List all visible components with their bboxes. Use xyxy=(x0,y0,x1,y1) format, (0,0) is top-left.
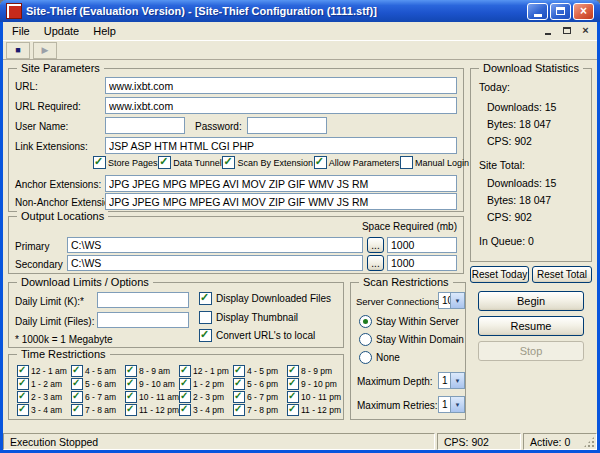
checkbox-box xyxy=(233,404,245,416)
daily-limit-k-input[interactable] xyxy=(97,292,189,308)
dropdown-arrow-icon: ▼ xyxy=(450,373,464,388)
secondary-browse-button[interactable]: ... xyxy=(367,255,384,271)
store-pages-checkbox[interactable]: Store Pages xyxy=(93,156,158,169)
titlebar[interactable]: Site-Thief (Evaluation Version) - [Site-… xyxy=(0,0,600,22)
output-locations-group: Output Locations Space Required (mb) Pri… xyxy=(8,216,464,274)
time-slot-label: 2 - 3 pm xyxy=(193,392,224,402)
time-slot-checkbox[interactable]: 4 - 5 am xyxy=(71,365,125,377)
time-slot-checkbox[interactable]: 6 - 7 pm xyxy=(233,391,287,403)
time-slot-checkbox[interactable]: 3 - 4 am xyxy=(17,404,71,416)
status-cps-panel: CPS: 902 xyxy=(437,433,521,450)
time-slot-checkbox[interactable]: 12 - 1 pm xyxy=(179,365,233,377)
begin-button[interactable]: Begin xyxy=(478,291,584,311)
anchor-extensions-label: Anchor Extensions: xyxy=(15,179,101,190)
minimize-icon xyxy=(534,14,542,17)
status-active-panel: Active: 0 xyxy=(523,433,597,450)
resize-grip[interactable] xyxy=(583,436,595,448)
time-slot-checkbox[interactable]: 10 - 11 am xyxy=(125,391,179,403)
data-tunnel-checkbox[interactable]: Data Tunnel xyxy=(158,156,222,169)
primary-path-input[interactable] xyxy=(67,237,363,253)
user-name-input[interactable] xyxy=(105,117,185,134)
server-connections-select[interactable]: 10 ▼ xyxy=(438,292,465,309)
scan-by-extension-checkbox[interactable]: Scan By Extension xyxy=(222,156,313,169)
allow-parameters-checkbox[interactable]: Allow Parameters xyxy=(314,156,400,169)
time-slot-checkbox[interactable]: 1 - 2 pm xyxy=(179,378,233,390)
time-slot-checkbox[interactable]: 2 - 3 am xyxy=(17,391,71,403)
secondary-path-input[interactable] xyxy=(67,255,363,271)
reset-today-button[interactable]: Reset Today xyxy=(470,266,529,283)
time-slot-checkbox[interactable]: 11 - 12 pm xyxy=(287,404,341,416)
mdi-close-icon: × xyxy=(582,25,588,36)
mdi-minimize-button[interactable] xyxy=(539,23,556,37)
checkbox-box xyxy=(17,365,29,377)
stay-within-server-label: Stay Within Server xyxy=(376,316,459,327)
maximum-depth-select[interactable]: 1 ▼ xyxy=(438,372,465,389)
resume-button[interactable]: Resume xyxy=(478,316,584,336)
display-thumbnail-checkbox[interactable]: Display Thumbnail xyxy=(199,311,298,324)
time-slot-checkbox[interactable]: 4 - 5 pm xyxy=(233,365,287,377)
time-slot-checkbox[interactable]: 12 - 1 am xyxy=(17,365,71,377)
time-slot-checkbox[interactable]: 5 - 6 pm xyxy=(233,378,287,390)
non-anchor-extensions-input[interactable] xyxy=(105,193,457,210)
menu-update[interactable]: Update xyxy=(37,24,86,38)
checkbox-box xyxy=(233,391,245,403)
time-slot-checkbox[interactable]: 2 - 3 pm xyxy=(179,391,233,403)
url-required-input[interactable] xyxy=(105,97,457,114)
anchor-extensions-input[interactable] xyxy=(105,175,457,192)
menu-file[interactable]: File xyxy=(5,24,37,38)
download-statistics-legend: Download Statistics xyxy=(479,62,583,74)
daily-limit-files-input[interactable] xyxy=(97,312,189,328)
convert-urls-checkbox[interactable]: Convert URL's to local xyxy=(199,329,315,342)
close-button[interactable]: × xyxy=(573,3,594,20)
time-slot-label: 8 - 9 am xyxy=(139,366,170,376)
maximum-retries-select[interactable]: 1 ▼ xyxy=(438,396,465,413)
link-extensions-label: Link Extensions: xyxy=(15,141,88,152)
time-slot-checkbox[interactable]: 8 - 9 am xyxy=(125,365,179,377)
primary-browse-button[interactable]: ... xyxy=(367,237,384,253)
checkbox-box xyxy=(199,292,212,305)
maximum-depth-value: 1 xyxy=(442,375,448,386)
time-slot-label: 4 - 5 am xyxy=(85,366,116,376)
time-slot-checkbox[interactable]: 5 - 6 am xyxy=(71,378,125,390)
stay-within-domain-radio[interactable]: Stay Within Domain xyxy=(359,333,464,346)
checkbox-box xyxy=(158,156,171,169)
daily-limit-k-label: Daily Limit (K):* xyxy=(15,296,84,307)
time-slot-checkbox[interactable]: 8 - 9 pm xyxy=(287,365,341,377)
radio-circle xyxy=(359,315,372,328)
manual-login-checkbox[interactable]: Manual Login xyxy=(400,156,469,169)
minimize-button[interactable] xyxy=(527,3,548,20)
time-slot-checkbox[interactable]: 7 - 8 pm xyxy=(233,404,287,416)
site-total-label: Site Total: xyxy=(479,159,525,171)
display-downloaded-files-checkbox[interactable]: Display Downloaded Files xyxy=(199,292,331,305)
time-slot-checkbox[interactable]: 1 - 2 am xyxy=(17,378,71,390)
time-slot-checkbox[interactable]: 6 - 7 am xyxy=(71,391,125,403)
mdi-close-button[interactable]: × xyxy=(577,23,594,37)
time-slot-checkbox[interactable]: 3 - 4 pm xyxy=(179,404,233,416)
radio-circle xyxy=(359,333,372,346)
time-slot-checkbox[interactable]: 10 - 11 pm xyxy=(287,391,341,403)
maximum-retries-label: Maximum Retries: xyxy=(357,400,438,411)
toolbar-play-button[interactable]: ▶ xyxy=(33,42,57,59)
password-input[interactable] xyxy=(247,117,327,134)
link-extensions-input[interactable] xyxy=(105,137,457,154)
primary-space-input[interactable] xyxy=(387,237,457,253)
time-slot-label: 6 - 7 am xyxy=(85,392,116,402)
reset-total-button[interactable]: Reset Total xyxy=(532,266,592,283)
url-input[interactable] xyxy=(105,77,457,94)
stay-within-server-radio[interactable]: Stay Within Server xyxy=(359,315,459,328)
mdi-minimize-icon xyxy=(545,33,551,35)
toolbar-stop-button[interactable]: ■ xyxy=(6,42,30,59)
data-tunnel-label: Data Tunnel xyxy=(173,158,222,168)
site-options-row: Store Pages Data Tunnel Scan By Extensio… xyxy=(93,156,469,169)
time-slot-checkbox[interactable]: 9 - 10 pm xyxy=(287,378,341,390)
maximize-button[interactable] xyxy=(550,3,571,20)
secondary-space-input[interactable] xyxy=(387,255,457,271)
none-radio[interactable]: None xyxy=(359,351,400,364)
checkbox-box xyxy=(287,365,299,377)
scan-by-extension-label: Scan By Extension xyxy=(237,158,313,168)
time-slot-checkbox[interactable]: 9 - 10 am xyxy=(125,378,179,390)
time-slot-checkbox[interactable]: 7 - 8 am xyxy=(71,404,125,416)
mdi-restore-button[interactable] xyxy=(558,23,575,37)
time-slot-checkbox[interactable]: 11 - 12 pm xyxy=(125,404,179,416)
menu-help[interactable]: Help xyxy=(86,24,123,38)
